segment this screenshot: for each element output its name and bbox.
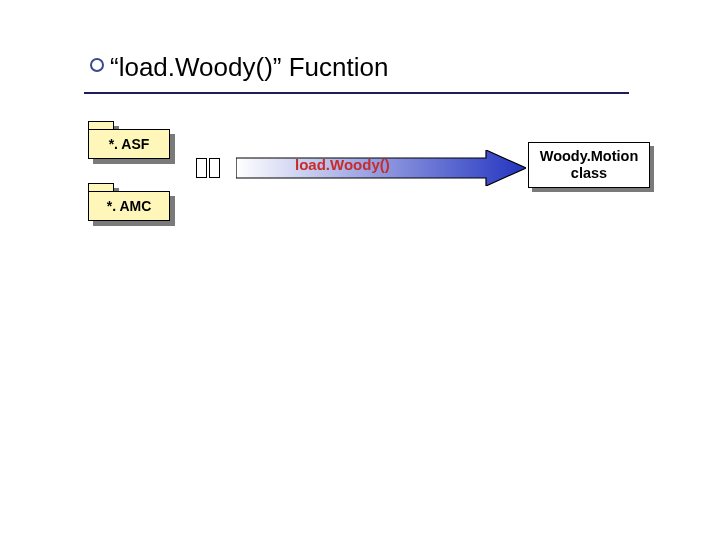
folder-body: *. AMC bbox=[88, 191, 170, 221]
title-bullet-icon bbox=[90, 58, 104, 72]
slide-title: “load.Woody()” Fucntion bbox=[110, 52, 630, 83]
folder-amc-label: *. AMC bbox=[107, 198, 152, 214]
small-box-pair bbox=[196, 158, 220, 178]
small-box bbox=[209, 158, 220, 178]
title-underline bbox=[84, 92, 629, 94]
folder-asf: *. ASF bbox=[88, 118, 176, 160]
folder-asf-label: *. ASF bbox=[109, 136, 150, 152]
small-box bbox=[196, 158, 207, 178]
folder-body: *. ASF bbox=[88, 129, 170, 159]
arrow-label: load.Woody() bbox=[295, 156, 390, 173]
class-box: Woody.Motionclass bbox=[528, 142, 654, 192]
class-box-label: Woody.Motionclass bbox=[540, 148, 639, 181]
slide-title-wrap: “load.Woody()” Fucntion bbox=[110, 52, 630, 83]
folder-amc: *. AMC bbox=[88, 180, 176, 222]
class-box-front: Woody.Motionclass bbox=[528, 142, 650, 188]
